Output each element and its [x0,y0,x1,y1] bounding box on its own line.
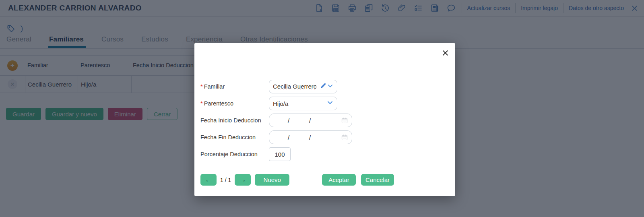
required-marker: * [200,100,203,107]
field-row-fecha-inicio: Fecha Inicio Deduccion / / [200,114,352,127]
fecha-fin-label: Fecha Fin Deduccion [200,134,269,141]
calendar-icon[interactable] [341,134,348,143]
field-row-fecha-fin: Fecha Fin Deduccion / / [200,130,352,144]
porcentaje-label: Porcentaje Deduccion [200,151,269,157]
parentesco-label: *Parentesco [200,100,269,107]
dialog-close-icon[interactable] [441,49,450,58]
next-record-button[interactable]: → [235,174,251,186]
required-marker: * [200,83,203,90]
date-separator: / [309,117,311,124]
fecha-inicio-input[interactable]: / / [269,114,352,127]
familiar-edit-dialog: *Familiar Cecilia Guerrero *Parentesco H… [194,43,455,196]
parentesco-value: Hijo/a [273,100,288,107]
date-separator: / [288,117,289,124]
chevron-down-icon[interactable] [327,83,333,91]
chevron-down-icon[interactable] [327,99,333,107]
calendar-icon[interactable] [341,117,348,126]
porcentaje-input[interactable] [271,151,289,158]
edit-pencil-icon[interactable] [320,83,326,91]
field-row-porcentaje: Porcentaje Deduccion [200,147,291,161]
prev-record-button[interactable]: ← [200,174,217,186]
date-separator: / [309,134,311,141]
fecha-inicio-label: Fecha Inicio Deduccion [200,117,269,124]
field-row-familiar: *Familiar Cecilia Guerrero [200,80,337,93]
familiar-label: *Familiar [200,83,269,90]
fecha-fin-input[interactable]: / / [269,130,352,144]
employee-record-page: ALEXANDER CARRION ALVARADO Actualizar cu… [0,0,644,217]
nuevo-button[interactable]: Nuevo [255,174,289,186]
familiar-combobox[interactable]: Cecilia Guerrero [269,80,337,93]
parentesco-select[interactable]: Hijo/a [269,97,337,110]
porcentaje-input-box [269,147,291,161]
cancelar-button[interactable]: Cancelar [361,174,394,186]
dialog-footer: ← 1 / 1 → Nuevo Aceptar Cancelar [200,174,449,186]
aceptar-button[interactable]: Aceptar [322,174,356,186]
field-row-parentesco: *Parentesco Hijo/a [200,97,337,110]
familiar-value: Cecilia Guerrero [273,83,316,90]
date-separator: / [288,134,289,141]
record-counter: 1 / 1 [220,177,231,183]
